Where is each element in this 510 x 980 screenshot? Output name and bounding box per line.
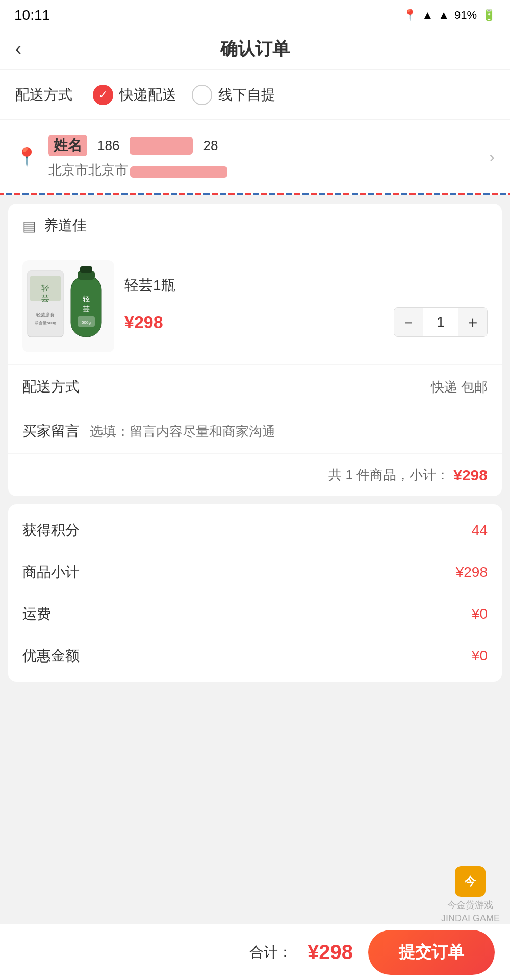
wifi-icon: ▲: [422, 9, 433, 22]
shop-name: 养道佳: [44, 216, 87, 235]
subtotal-price: ¥298: [453, 467, 488, 484]
delivery-info-label: 配送方式: [22, 377, 80, 397]
summary-value-shipping: ¥0: [472, 606, 488, 622]
product-row: 轻 芸 轻芸膳食 净含量500g 轻 芸 500g 轻芸1瓶 ¥298 － 1: [8, 248, 502, 364]
shop-card: ▤ 养道佳 轻 芸 轻芸膳食 净含量500g 轻 芸 500g: [8, 204, 502, 496]
quantity-control[interactable]: － 1 ＋: [394, 307, 488, 337]
delivery-info-value: 快递 包邮: [431, 378, 488, 396]
summary-value-subtotal: ¥298: [456, 564, 488, 580]
status-icons: 📍 ▲ ▲ 91% 🔋: [403, 9, 496, 22]
address-detail-row: 北京市北京市 XXXXXXXXXXXXXXXX: [48, 161, 489, 179]
summary-row-subtotal: 商品小计 ¥298: [8, 551, 502, 593]
delivery-express-label: 快递配送: [119, 85, 176, 105]
delivery-method-label: 配送方式: [15, 85, 72, 105]
summary-label-points: 获得积分: [22, 521, 80, 540]
total-label: 合计：: [249, 943, 292, 962]
summary-label-shipping: 运费: [22, 604, 51, 624]
svg-text:轻芸膳食: 轻芸膳食: [36, 312, 55, 317]
svg-text:500g: 500g: [82, 320, 91, 325]
shop-header: ▤ 养道佳: [8, 204, 502, 248]
page-title: 确认订单: [220, 37, 290, 61]
svg-text:净含量500g: 净含量500g: [35, 321, 56, 325]
location-icon: 📍: [403, 9, 417, 22]
signal-icon: ▲: [438, 9, 449, 22]
battery-icon: 🔋: [482, 9, 496, 22]
product-price: ¥298: [124, 312, 163, 332]
buyer-note-label: 买家留言: [22, 422, 80, 441]
total-price: ¥298: [308, 941, 353, 964]
summary-row-shipping: 运费 ¥0: [8, 593, 502, 635]
address-name-phone-row: 姓名 186 XXXXXX 28: [48, 135, 489, 156]
address-phone-prefix: 186: [97, 138, 119, 154]
location-pin-icon: 📍: [15, 146, 38, 168]
delivery-option-pickup[interactable]: 线下自提: [192, 85, 275, 105]
status-time: 10:11: [14, 7, 50, 23]
summary-value-points: 44: [472, 522, 488, 538]
bottom-bar: 合计： ¥298 提交订单: [0, 924, 510, 980]
address-arrow-icon: ›: [489, 148, 495, 166]
watermark-line2: JINDAI GAME: [441, 913, 500, 924]
summary-row-points: 获得积分 44: [8, 509, 502, 551]
address-name: 姓名: [48, 135, 87, 156]
svg-text:芸: 芸: [41, 294, 49, 303]
summary-label-discount: 优惠金额: [22, 646, 80, 666]
svg-rect-8: [80, 266, 92, 273]
summary-card: 获得积分 44 商品小计 ¥298 运费 ¥0 优惠金额 ¥0: [8, 504, 502, 682]
svg-text:轻: 轻: [41, 284, 49, 292]
summary-label-subtotal: 商品小计: [22, 562, 80, 582]
delivery-option-express[interactable]: 快递配送: [93, 85, 176, 105]
subtotal-text: 共 1 件商品，小计：: [328, 466, 449, 484]
page-header: ‹ 确认订单: [0, 29, 510, 69]
submit-order-button[interactable]: 提交订单: [368, 930, 495, 975]
summary-row-discount: 优惠金额 ¥0: [8, 635, 502, 677]
svg-text:芸: 芸: [83, 305, 90, 313]
delivery-pickup-label: 线下自提: [218, 85, 275, 105]
quantity-minus-button[interactable]: －: [394, 308, 423, 336]
quantity-plus-button[interactable]: ＋: [458, 308, 487, 336]
address-phone-suffix: 28: [203, 138, 218, 154]
buyer-note-row: 买家留言: [8, 409, 502, 453]
delivery-method-bar: 配送方式 快递配送 线下自提: [0, 70, 510, 119]
buyer-note-input[interactable]: [90, 424, 488, 439]
product-price-qty: ¥298 － 1 ＋: [124, 307, 488, 337]
quantity-value: 1: [423, 308, 458, 336]
address-info: 姓名 186 XXXXXX 28 北京市北京市 XXXXXXXXXXXXXXXX: [48, 135, 489, 179]
address-detail-blurred: XXXXXXXXXXXXXXXX: [130, 166, 227, 178]
summary-value-discount: ¥0: [472, 648, 488, 664]
watermark: 今 今金贷游戏 JINDAI GAME: [441, 866, 500, 924]
delivery-options: 快递配送 线下自提: [93, 85, 275, 105]
address-card[interactable]: 📍 姓名 186 XXXXXX 28 北京市北京市 XXXXXXXXXXXXXX…: [0, 120, 510, 195]
product-name: 轻芸1瓶: [124, 276, 488, 295]
svg-text:轻: 轻: [83, 295, 90, 303]
radio-express-checked[interactable]: [93, 85, 113, 105]
radio-pickup-unchecked[interactable]: [192, 85, 212, 105]
back-button[interactable]: ‹: [15, 38, 21, 60]
product-image: 轻 芸 轻芸膳食 净含量500g 轻 芸 500g: [22, 260, 114, 352]
product-info: 轻芸1瓶 ¥298 － 1 ＋: [124, 276, 488, 337]
watermark-line1: 今金贷游戏: [447, 899, 493, 911]
address-city: 北京市北京市: [48, 162, 128, 178]
delivery-info-row: 配送方式 快递 包邮: [8, 364, 502, 409]
watermark-icon: 今: [455, 866, 486, 897]
subtotal-row: 共 1 件商品，小计： ¥298: [8, 453, 502, 496]
status-bar: 10:11 📍 ▲ ▲ 91% 🔋: [0, 0, 510, 29]
shop-icon: ▤: [22, 217, 36, 234]
battery-indicator: 91%: [454, 9, 477, 22]
address-phone-middle: XXXXXX: [130, 137, 193, 155]
